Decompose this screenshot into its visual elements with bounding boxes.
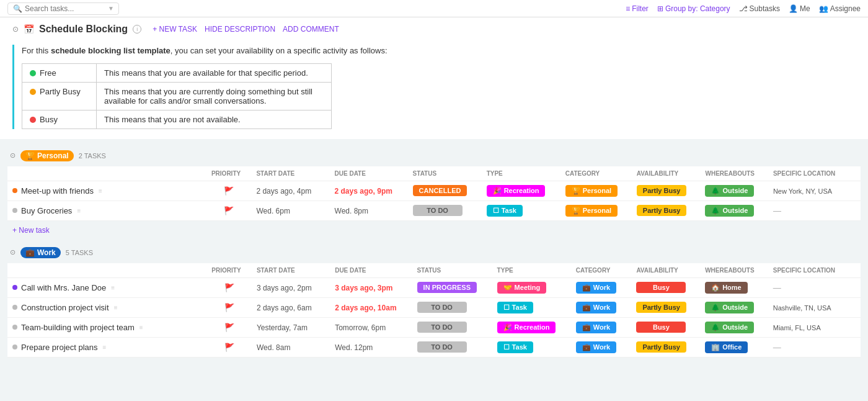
table-row: Buy Groceries ≡ 🚩 Wed. 6pm Wed. 8pm <box>7 200 861 220</box>
page-title-row: ⊙ 📅 Schedule Blocking i + NEW TASK HIDE … <box>12 24 856 35</box>
task-status: TO DO <box>412 297 492 317</box>
section-header-personal[interactable]: ⊙ 🏆 Personal 2 TASKS <box>7 145 861 166</box>
assignee-button[interactable]: 👥 Assignee <box>819 4 861 13</box>
top-bar-left: 🔍 ▼ <box>7 2 119 15</box>
me-button[interactable]: 👤 Me <box>789 4 810 13</box>
search-box[interactable]: 🔍 ▼ <box>7 2 119 15</box>
assignee-icon: 👥 <box>819 4 828 13</box>
task-start-date: Yesterday, 7am <box>252 317 330 337</box>
status-label-busy: Busy <box>22 110 97 128</box>
dot-partly <box>30 89 36 95</box>
col-header-where: WHEREABOUTS <box>700 166 768 181</box>
task-type-icon: ☐ <box>503 304 510 312</box>
task-dot <box>12 345 17 349</box>
task-name[interactable]: Call with Mrs. Jane Doe <box>21 283 106 292</box>
task-dot <box>12 325 17 330</box>
page-title: Schedule Blocking <box>39 24 128 35</box>
col-header-category: CATEGORY <box>571 263 632 278</box>
table-row: Team-building with project team ≡ 🚩 Yest… <box>7 317 861 337</box>
add-comment-action[interactable]: ADD COMMENT <box>283 25 339 34</box>
task-name[interactable]: Buy Groceries <box>21 206 72 215</box>
task-type: 🎉 Recreation <box>482 181 560 200</box>
work-toggle-icon[interactable]: ⊙ <box>10 248 16 256</box>
task-whereabouts: 🏢 Office <box>700 337 768 357</box>
col-header-name <box>7 263 206 278</box>
task-dot <box>12 305 17 310</box>
work-cat-icon: 💼 <box>582 284 591 292</box>
type-badge-task: ☐ Task <box>497 302 533 313</box>
hide-description-action[interactable]: HIDE DESCRIPTION <box>205 25 275 34</box>
work-cat-icon: 💼 <box>582 343 591 351</box>
task-whereabouts: 🌲 Outside <box>700 297 768 317</box>
task-due-date: Wed. 8pm <box>330 200 408 220</box>
personal-toggle-icon[interactable]: ⊙ <box>10 151 16 160</box>
task-name[interactable]: Prepare project plans <box>21 343 98 352</box>
new-task-action[interactable]: + NEW TASK <box>153 25 197 34</box>
task-availability: Partly Busy <box>631 337 700 357</box>
task-priority: 🚩 <box>206 181 251 200</box>
task-name[interactable]: Construction project visit <box>21 303 109 312</box>
page-header: ⊙ 📅 Schedule Blocking i + NEW TASK HIDE … <box>0 17 868 45</box>
task-name[interactable]: Meet-up with friends <box>21 186 94 196</box>
personal-cat-icon: 🏆 <box>572 187 580 195</box>
work-task-table: PRIORITY START DATE DUE DATE STATUS TYPE… <box>7 263 861 358</box>
section-work: ⊙ 💼 Work 5 TASKS PRIORITY START DATE DUE… <box>7 242 861 358</box>
task-whereabouts: 🏠 Home <box>700 277 768 297</box>
sections-container: ⊙ 🏆 Personal 2 TASKS PRIORITY START DATE… <box>0 139 868 366</box>
work-badge: 💼 Work <box>20 247 61 258</box>
task-start-date: 3 days ago, 2pm <box>252 277 330 297</box>
recreation-icon: 🎉 <box>493 187 502 195</box>
type-badge-task: ☐ Task <box>487 205 523 217</box>
status-desc-free: This means that you are available for th… <box>97 63 332 82</box>
outside-icon: 🌲 <box>711 304 720 312</box>
description-text: For this schedule blocking list template… <box>22 45 856 57</box>
col-header-priority: PRIORITY <box>206 166 251 181</box>
col-header-status: STATUS <box>412 263 492 278</box>
group-icon: ⊞ <box>657 4 663 13</box>
task-name-cell: Call with Mrs. Jane Doe ≡ <box>7 277 206 297</box>
task-dot <box>12 208 17 213</box>
priority-flag-icon: 🚩 <box>224 206 234 215</box>
group-by-button[interactable]: ⊞ Group by: Category <box>657 4 730 13</box>
cat-badge-work: 💼 Work <box>576 322 616 333</box>
table-row: Call with Mrs. Jane Doe ≡ 🚩 3 days ago, … <box>7 277 861 297</box>
search-dropdown-icon[interactable]: ▼ <box>108 5 114 12</box>
task-due-date: Wed. 12pm <box>330 337 412 357</box>
task-location: New York, NY, USA <box>768 181 861 200</box>
back-icon[interactable]: ⊙ <box>12 25 19 34</box>
section-header-work[interactable]: ⊙ 💼 Work 5 TASKS <box>7 242 861 263</box>
task-availability: Partly Busy <box>632 181 701 200</box>
status-desc-busy: This means that you are not available. <box>97 110 332 128</box>
status-label-partly: Partly Busy <box>22 82 97 110</box>
task-location: — <box>768 200 861 220</box>
search-input[interactable] <box>25 4 105 13</box>
status-label-free: Free <box>22 63 97 82</box>
filter-icon: ≡ <box>626 4 630 13</box>
dot-free <box>30 70 36 76</box>
task-category: 💼 Work <box>571 297 632 317</box>
work-cat-icon: 💼 <box>582 304 591 312</box>
personal-badge-icon: 🏆 <box>25 151 35 160</box>
filter-button[interactable]: ≡ Filter <box>626 4 649 13</box>
task-status: TO DO <box>412 317 492 337</box>
task-drag-icon: ≡ <box>99 187 102 194</box>
col-header-where: WHEREABOUTS <box>700 263 768 278</box>
task-type: ☐ Task <box>482 200 560 220</box>
me-icon: 👤 <box>789 4 798 13</box>
task-priority: 🚩 <box>206 317 252 337</box>
cat-badge-work: 💼 Work <box>576 302 616 313</box>
section-personal: ⊙ 🏆 Personal 2 TASKS PRIORITY START DATE… <box>7 145 861 237</box>
task-name-cell: Prepare project plans ≡ <box>7 337 206 357</box>
status-desc-partly: This means that you are currently doing … <box>97 82 332 110</box>
col-header-type: TYPE <box>492 263 571 278</box>
task-type: ☐ Task <box>492 337 571 357</box>
task-status: TO DO <box>408 200 482 220</box>
add-task-personal[interactable]: + New task <box>7 223 861 237</box>
col-header-priority: PRIORITY <box>206 263 252 278</box>
col-header-avail: AVAILABILITY <box>631 263 700 278</box>
task-name[interactable]: Team-building with project team <box>21 323 135 332</box>
new-task-label[interactable]: + New task <box>7 223 55 237</box>
task-due-date: 2 days ago, 10am <box>330 297 412 317</box>
subtasks-button[interactable]: ⎇ Subtasks <box>739 4 780 13</box>
page-actions: + NEW TASK HIDE DESCRIPTION ADD COMMENT <box>153 25 339 34</box>
